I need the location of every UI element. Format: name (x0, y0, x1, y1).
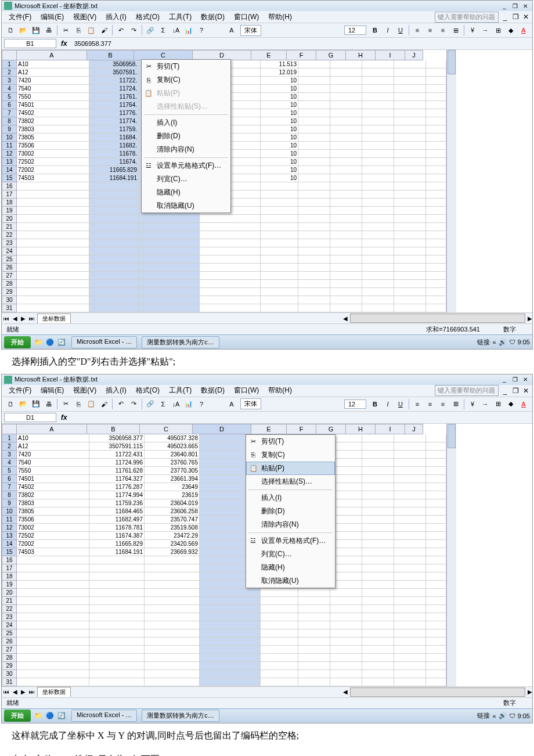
start-button[interactable]: 开始 (4, 336, 31, 348)
cell[interactable] (362, 475, 394, 483)
row-header[interactable]: 31 (2, 678, 17, 686)
help-search[interactable]: 键入需要帮助的问题 (435, 12, 499, 23)
cell[interactable]: 7550 (17, 467, 89, 475)
tab-prev[interactable]: ◀ (11, 689, 19, 695)
cell[interactable]: 495037.328 (145, 434, 200, 442)
cell[interactable] (200, 605, 261, 613)
redo-button[interactable]: ↷ (128, 398, 139, 410)
cell[interactable] (426, 239, 446, 247)
cell[interactable] (394, 296, 426, 304)
cell[interactable]: 11776.287 (89, 483, 145, 491)
cell[interactable] (394, 589, 426, 597)
cell[interactable] (394, 304, 426, 312)
taskbar-item[interactable]: 测量数据转换为南方c… (142, 336, 219, 348)
cell[interactable] (298, 255, 330, 264)
align-center[interactable]: ≡ (424, 398, 436, 410)
cell[interactable] (145, 573, 200, 581)
cell[interactable] (89, 678, 145, 686)
cell[interactable] (394, 678, 426, 686)
cell[interactable] (426, 264, 446, 272)
cell[interactable] (362, 564, 394, 573)
tab-first[interactable]: ⏮ (2, 315, 11, 322)
cell[interactable] (426, 255, 446, 264)
cell[interactable]: 74502 (17, 109, 89, 117)
row-header[interactable]: 17 (2, 564, 17, 573)
align-right[interactable]: ≡ (437, 24, 449, 36)
cell[interactable] (426, 134, 446, 142)
row-header[interactable]: 19 (2, 581, 17, 589)
cell[interactable] (200, 629, 261, 638)
formula-bar[interactable] (72, 417, 530, 418)
cell[interactable] (200, 589, 261, 597)
row-header[interactable]: 27 (2, 272, 17, 280)
cell[interactable] (145, 621, 200, 629)
cell[interactable] (362, 459, 394, 467)
cell[interactable] (426, 304, 446, 312)
cell[interactable] (200, 247, 261, 255)
cell[interactable] (362, 589, 394, 597)
cell[interactable]: 7550 (17, 93, 89, 101)
context-menu-item[interactable]: 插入(I) (246, 491, 335, 505)
cell[interactable]: 74502 (17, 483, 89, 491)
cell[interactable]: 10 (261, 117, 298, 125)
row-header[interactable]: 2 (2, 69, 17, 77)
context-menu-item[interactable]: 隐藏(H) (142, 186, 230, 199)
cell[interactable] (330, 670, 362, 678)
link-button[interactable]: 🔗 (145, 398, 156, 410)
cell[interactable] (426, 109, 446, 117)
menu-window[interactable]: 窗口(W) (229, 384, 264, 397)
row-header[interactable]: 8 (2, 491, 17, 499)
cell[interactable] (139, 231, 200, 239)
cell[interactable] (330, 288, 362, 296)
cell[interactable]: 23570.747 (145, 516, 200, 524)
cell[interactable] (261, 231, 298, 239)
scrollbar-vertical[interactable] (446, 50, 456, 312)
cell[interactable] (362, 581, 394, 589)
cell[interactable] (145, 564, 200, 573)
menu-format[interactable]: 格式(O) (131, 11, 164, 23)
row-header[interactable]: 25 (2, 255, 17, 264)
cell[interactable] (362, 434, 394, 442)
cell[interactable] (362, 573, 394, 581)
close-button[interactable]: ✕ (521, 376, 530, 384)
open-button[interactable]: 📂 (17, 398, 29, 410)
cell[interactable] (145, 629, 200, 638)
row-header[interactable]: 10 (2, 507, 17, 516)
cell[interactable] (298, 199, 330, 207)
cell[interactable] (394, 69, 426, 77)
cell[interactable] (394, 646, 426, 654)
menu-data[interactable]: 数据(D) (196, 384, 229, 397)
cell[interactable] (298, 629, 330, 638)
col-header-b[interactable]: B (87, 50, 134, 60)
cell[interactable]: 11665.829 (89, 166, 139, 174)
cell[interactable]: 7420 (17, 451, 89, 459)
cell[interactable] (362, 621, 394, 629)
cell[interactable] (394, 158, 426, 166)
cell[interactable]: 10 (261, 150, 298, 158)
cell[interactable] (330, 613, 362, 621)
chart-button[interactable]: 📊 (183, 398, 194, 410)
cell[interactable] (261, 288, 298, 296)
row-header[interactable]: 23 (2, 239, 17, 247)
cell[interactable] (426, 190, 446, 199)
cell[interactable] (362, 174, 394, 182)
cell[interactable] (394, 150, 426, 158)
undo-button[interactable]: ↶ (115, 24, 127, 36)
align-left[interactable]: ≡ (412, 398, 423, 410)
cell[interactable] (394, 182, 426, 190)
cell[interactable]: 11724. (89, 85, 139, 93)
cell[interactable] (362, 69, 394, 77)
save-button[interactable]: 💾 (30, 398, 42, 410)
cell[interactable] (330, 272, 362, 280)
cell[interactable]: A10 (17, 60, 89, 69)
context-menu-item[interactable]: 列宽(C)… (142, 172, 230, 186)
cell[interactable] (394, 654, 426, 662)
cell[interactable] (394, 507, 426, 516)
borders-button[interactable]: ⊞ (492, 24, 504, 36)
cell[interactable] (330, 69, 362, 77)
cell[interactable] (426, 125, 446, 134)
cell[interactable]: 11764.327 (89, 475, 145, 483)
cell[interactable] (330, 125, 362, 134)
help-search[interactable]: 键入需要帮助的问题 (435, 385, 499, 396)
cell[interactable] (89, 199, 139, 207)
